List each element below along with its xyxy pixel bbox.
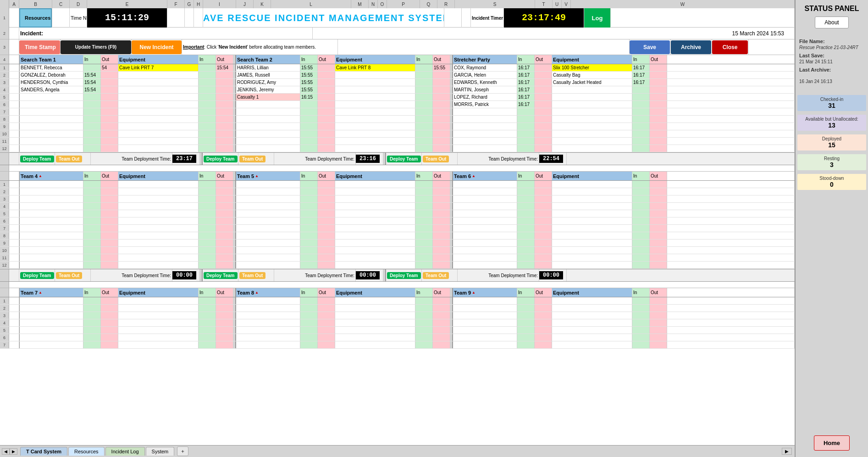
file-info: File Name: Rescue Practice 21-03-24RT La… (797, 37, 866, 87)
team-data-row-3: 3 (0, 312, 795, 319)
teamout6-button[interactable]: Team Out (423, 272, 449, 279)
deploy-time-value-1: 23:17 (172, 155, 196, 163)
team-data-row-1: 1BENNETT, Rebecca54Cave Link PRT 715:54H… (0, 64, 795, 72)
last-save-value: 21 Mar 24 15:11 (799, 59, 864, 64)
deploy-team4-button[interactable]: Deploy Team (20, 272, 54, 279)
resting-box: Resting 3 (797, 154, 866, 170)
deploy-time-label-1: Team Deployment Time: (122, 156, 171, 162)
update-timers-button[interactable]: Update Timers (F9) (61, 40, 131, 54)
teamout3-button[interactable]: Team Out (423, 156, 449, 162)
team-rows-group3: 1234567 (0, 297, 795, 445)
teamout1-button[interactable]: Team Out (56, 156, 82, 162)
tab-prev[interactable]: ◀ (2, 448, 10, 455)
team-data-row-7: 7 (0, 108, 795, 116)
save-button[interactable]: Save (630, 40, 670, 54)
teamout2-button[interactable]: Team Out (239, 156, 265, 162)
timenow-label: Time Now: (71, 15, 87, 21)
about-button[interactable]: About (815, 17, 848, 28)
tab-resources[interactable]: Resources (68, 447, 105, 456)
incident-date: 15 March 2024 15:53 (732, 30, 784, 37)
row34-headers: Team 7 ▲ In Out Equipment In Out Team 8 … (0, 288, 795, 297)
team-data-row-12: 12 (0, 262, 795, 269)
team-data-row-1: 1 (0, 297, 795, 305)
deploy-time-value-2: 23:16 (356, 155, 380, 163)
deployed-label: Deployed (800, 136, 863, 141)
team-data-row-11: 11 (0, 254, 795, 262)
deployed-value: 15 (800, 141, 863, 149)
deploy-team6-button[interactable]: Deploy Team (387, 272, 421, 279)
deploy-team2-button[interactable]: Deploy Team (204, 156, 238, 162)
available-value: 13 (800, 122, 863, 129)
deploy-time-value-6: 00:00 (539, 271, 563, 279)
archive-button[interactable]: Archive (671, 40, 711, 54)
team-data-row-5: 5 (0, 327, 795, 334)
available-box: Available but Unallocated: 13 (797, 115, 866, 131)
home-button[interactable]: Home (814, 435, 850, 451)
current-time-display: 15:11:29 (87, 8, 167, 28)
team-data-row-12: 12 (0, 145, 795, 152)
log-button[interactable]: Log (584, 8, 610, 28)
deployed-box: Deployed 15 (797, 134, 866, 150)
deploy-time-label-6: Team Deployment Time: (488, 273, 538, 278)
team-data-row-7: 7 (0, 225, 795, 232)
team-data-row-8: 8 (0, 232, 795, 240)
team-data-row-4: 4SANDERS, Angela15:54JENKINS, Jeremy15:5… (0, 86, 795, 94)
stood-down-label: Stood-down (800, 176, 863, 181)
team-data-row-6: 6 (0, 217, 795, 225)
resting-value: 3 (800, 161, 863, 168)
team-data-row-3: 3 (0, 195, 795, 203)
important-text: Important: Click 'New Incident' before a… (183, 45, 316, 50)
last-save-label: Last Save: (799, 53, 864, 58)
status-panel-title: STATUS PANEL (797, 2, 866, 15)
deploy-time-value-3: 22:54 (539, 155, 563, 163)
deploy-team5-button[interactable]: Deploy Team (204, 272, 238, 279)
teamout5-button[interactable]: Team Out (239, 272, 265, 279)
deploy-team1-button[interactable]: Deploy Team (20, 156, 54, 162)
team-rows-group2: 123456789101112 (0, 181, 795, 269)
deploy-time-label-2: Team Deployment Time: (305, 156, 354, 162)
team-data-row-9: 9 (0, 123, 795, 130)
row19-headers: Team 4 ▲ In Out Equipment In Out Team 5 … (0, 172, 795, 181)
tab-bar: ◀ ▶ T Card System Resources Incident Log… (0, 445, 795, 457)
deploy-stretcher-button[interactable]: Deploy Team (387, 156, 421, 162)
team-data-row-8: 8 (0, 116, 795, 123)
team-data-row-7: 7 (0, 341, 795, 349)
deploy-time-value-5: 00:00 (356, 271, 380, 279)
deploy-time-label-3: Team Deployment Time: (488, 156, 538, 162)
status-panel: STATUS PANEL About File Name: Rescue Pra… (795, 0, 868, 457)
team-data-row-10: 10 (0, 247, 795, 254)
team-data-row-2: 2 (0, 188, 795, 195)
tab-system[interactable]: System (146, 447, 175, 456)
team-rows-group1: 1BENNETT, Rebecca54Cave Link PRT 715:54H… (0, 64, 795, 152)
file-name-label: File Name: (799, 39, 864, 44)
stood-down-value: 0 (800, 181, 863, 188)
incident-label: Incident: (20, 30, 43, 37)
team-data-row-2: 2 (0, 305, 795, 312)
tab-next[interactable]: ▶ (10, 448, 17, 455)
file-name-value: Rescue Practice 21-03-24RT (799, 45, 864, 50)
row2: 2 Incident: 15 March 2024 15:53 (0, 28, 795, 39)
timestamp-button[interactable]: Time Stamp (19, 40, 60, 54)
close-button[interactable]: Close (712, 40, 748, 54)
tab-tcardystem[interactable]: T Card System (20, 447, 67, 456)
incident-timer-display: 23:17:49 (504, 8, 584, 28)
row3: 3 Time Stamp Update Timers (F9) New Inci… (0, 39, 795, 55)
team-data-row-4: 4 (0, 319, 795, 327)
tab-add[interactable]: ＋ (177, 446, 188, 456)
teamout4-button[interactable]: Team Out (56, 272, 82, 279)
col-headers: A B C D E F G H I J K L M N O P Q R S T … (0, 0, 795, 8)
app-title: CAVE RESCUE INCIDENT MANAGEMENT SYSTEM (203, 13, 444, 23)
deploy-time-label-5: Team Deployment Time: (305, 273, 354, 278)
checked-in-label: Checked-in (800, 97, 863, 102)
resting-label: Resting (800, 156, 863, 161)
tab-incidentlog[interactable]: Incident Log (105, 447, 145, 456)
team-data-row-11: 11 (0, 138, 795, 145)
team-data-row-10: 10 (0, 130, 795, 138)
scroll-right[interactable]: ▶ (782, 448, 792, 455)
deploy-time-value-4: 00:00 (172, 271, 196, 279)
team-data-row-3: 3HENDERSON, Cynthia15:54RODRIGUEZ, Amy15… (0, 79, 795, 86)
row4-headers: 4 Search Team 1 In Out Equipment In Out … (0, 55, 795, 64)
new-incident-button[interactable]: New Incident (132, 40, 182, 54)
resources-button[interactable]: Resources (19, 8, 52, 28)
stood-down-box: Stood-down 0 (797, 174, 866, 190)
